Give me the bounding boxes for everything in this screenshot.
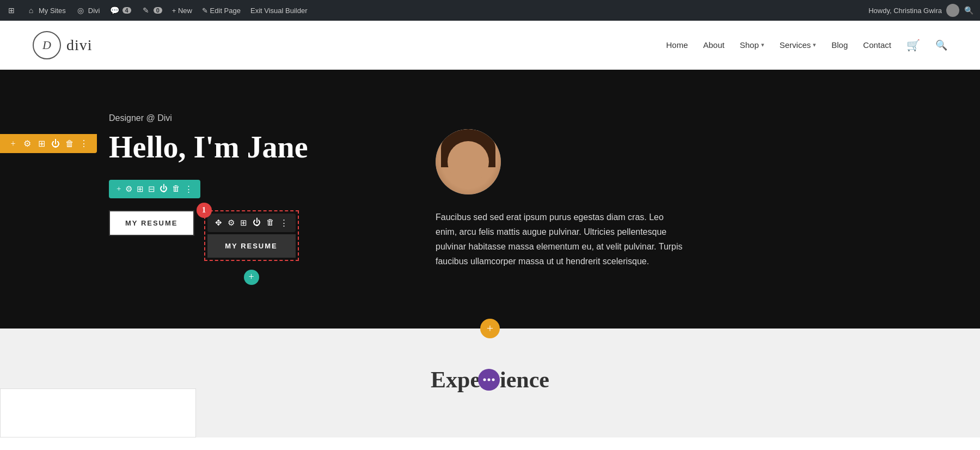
add-module-button[interactable]: + [244, 270, 259, 285]
row-more-icon[interactable]: ⋮ [185, 184, 193, 194]
experience-label-text2: ience [500, 367, 549, 393]
hero-right: Faucibus sed sed erat ipsum purus egesta… [414, 129, 686, 269]
section-settings-icon[interactable]: ⚙ [22, 138, 33, 149]
site-name-item[interactable]: ◎ Divi [76, 5, 100, 15]
exp-bubble [478, 369, 500, 391]
nav-about-label: About [703, 40, 724, 50]
resume-button-1[interactable]: MY RESUME [109, 210, 194, 236]
experience-heading-area: Expe ience [431, 367, 549, 393]
edit-page-label: ✎ Edit Page [202, 7, 241, 15]
nav-home[interactable]: Home [666, 40, 688, 50]
module-delete-icon[interactable]: 🗑 [266, 218, 274, 227]
nav-contact-label: Contact [863, 40, 891, 50]
module-toolbar-container: 1 ✥ ⚙ ⊞ ⏻ 🗑 ⋮ MY RESUME + [204, 210, 299, 285]
hero-left: Designer @ Divi Hello, I'm Jane + ⚙ ⊞ ⊟ … [109, 113, 414, 285]
site-name-label: Divi [88, 7, 100, 15]
dot-1 [483, 378, 486, 381]
hero-subtitle: Designer @ Divi [109, 113, 414, 123]
house-icon: ⌂ [26, 5, 36, 15]
module-settings-icon[interactable]: ⚙ [228, 218, 235, 228]
dot-3 [492, 378, 495, 381]
edit-page-button[interactable]: ✎ Edit Page [202, 7, 241, 15]
module-move-icon[interactable]: ✥ [215, 218, 222, 228]
admin-bar: ⊞ ⌂ My Sites ◎ Divi 💬 4 ✎ 0 + New ✎ Edit… [0, 0, 980, 21]
avatar-face [436, 129, 501, 194]
bubble-dots [483, 378, 495, 381]
section-more-icon[interactable]: ⋮ [78, 138, 89, 149]
nav-contact[interactable]: Contact [863, 40, 891, 50]
row-settings-icon[interactable]: ⚙ [125, 184, 132, 194]
search-icon-admin[interactable]: 🔍 [964, 5, 973, 15]
comments-item[interactable]: 💬 4 [110, 5, 131, 15]
avatar-face-inner [448, 141, 489, 183]
nav-services-label: Services [780, 40, 811, 50]
new-count: 0 [154, 7, 162, 14]
row-cols-icon[interactable]: ⊟ [148, 184, 155, 194]
new-icon: ✎ [141, 5, 151, 15]
nav-shop-label: Shop [740, 40, 759, 50]
nav-shop[interactable]: Shop ▾ [740, 40, 764, 50]
row-add-icon[interactable]: + [117, 184, 121, 193]
wp-icon-item[interactable]: ⊞ [7, 5, 16, 15]
experience-title: Expe ience [431, 367, 549, 393]
avatar [436, 129, 501, 194]
resume-button-2[interactable]: MY RESUME [207, 234, 296, 258]
exit-vb-label: Exit Visual Builder [250, 7, 308, 15]
experience-label-text: Expe [431, 367, 480, 393]
comments-icon: 💬 [110, 5, 120, 15]
hero-section: + ⚙ ⊞ ⏻ 🗑 ⋮ Designer @ Divi Hello, I'm J… [0, 70, 980, 329]
module-inner: ✥ ⚙ ⊞ ⏻ 🗑 ⋮ MY RESUME [204, 210, 299, 261]
logo-area[interactable]: D divi [33, 31, 93, 59]
row-toolbar: + ⚙ ⊞ ⊟ ⏻ 🗑 ⋮ [109, 180, 200, 198]
nav-home-label: Home [666, 40, 688, 50]
logo-letter: D [42, 38, 51, 52]
site-header: D divi Home About Shop ▾ Services ▾ Blog… [0, 21, 980, 70]
row-duplicate-icon[interactable]: ⊞ [137, 184, 144, 194]
dot-2 [488, 378, 491, 381]
divi-icon: ◎ [76, 5, 85, 15]
module-duplicate-icon[interactable]: ⊞ [240, 218, 247, 228]
main-nav: Home About Shop ▾ Services ▾ Blog Contac… [666, 39, 947, 52]
nav-services[interactable]: Services ▾ [780, 40, 817, 50]
section-toolbar: + ⚙ ⊞ ⏻ 🗑 ⋮ [0, 134, 97, 153]
search-icon[interactable]: 🔍 [935, 39, 947, 51]
my-sites-label: My Sites [39, 7, 66, 15]
admin-avatar [946, 4, 959, 17]
module-badge: 1 [197, 203, 212, 218]
row-delete-icon[interactable]: 🗑 [172, 184, 180, 193]
logo-text: divi [66, 37, 93, 54]
section-add-icon[interactable]: + [8, 139, 19, 149]
new-label: + New [172, 7, 192, 15]
logo-circle: D [33, 31, 61, 59]
nav-blog[interactable]: Blog [831, 40, 848, 50]
exit-vb-button[interactable]: Exit Visual Builder [250, 7, 308, 15]
left-panel-box [0, 388, 196, 437]
admin-bar-right: Howdy, Christina Gwira 🔍 [868, 4, 973, 17]
chevron-down-icon: ▾ [761, 41, 764, 48]
section-delete-icon[interactable]: 🗑 [64, 139, 75, 149]
section-duplicate-icon[interactable]: ⊞ [36, 138, 47, 149]
hero-title: Hello, I'm Jane [109, 131, 414, 165]
module-more-icon[interactable]: ⋮ [280, 218, 288, 228]
comments-count: 4 [122, 7, 131, 14]
row-disable-icon[interactable]: ⏻ [160, 184, 168, 193]
module-toolbar: ✥ ⚙ ⊞ ⏻ 🗑 ⋮ [207, 214, 296, 232]
new-post-item[interactable]: ✎ 0 [141, 5, 162, 15]
howdy-label: Howdy, Christina Gwira [868, 7, 942, 15]
add-section-button[interactable]: + [480, 319, 500, 338]
buttons-row: MY RESUME 1 ✥ ⚙ ⊞ ⏻ 🗑 ⋮ MY RESUME [109, 210, 414, 285]
chevron-down-icon-2: ▾ [813, 41, 816, 48]
module-disable-icon[interactable]: ⏻ [253, 218, 261, 227]
section-disable-icon[interactable]: ⏻ [50, 139, 61, 149]
my-sites-item[interactable]: ⌂ My Sites [26, 5, 66, 15]
nav-about[interactable]: About [703, 40, 724, 50]
gray-section: Expe ience [0, 329, 980, 437]
nav-blog-label: Blog [831, 40, 848, 50]
new-button[interactable]: + New [172, 7, 192, 15]
wp-icon: ⊞ [7, 5, 16, 15]
cart-icon[interactable]: 🛒 [906, 39, 920, 52]
hero-description: Faucibus sed sed erat ipsum purus egesta… [436, 210, 686, 269]
